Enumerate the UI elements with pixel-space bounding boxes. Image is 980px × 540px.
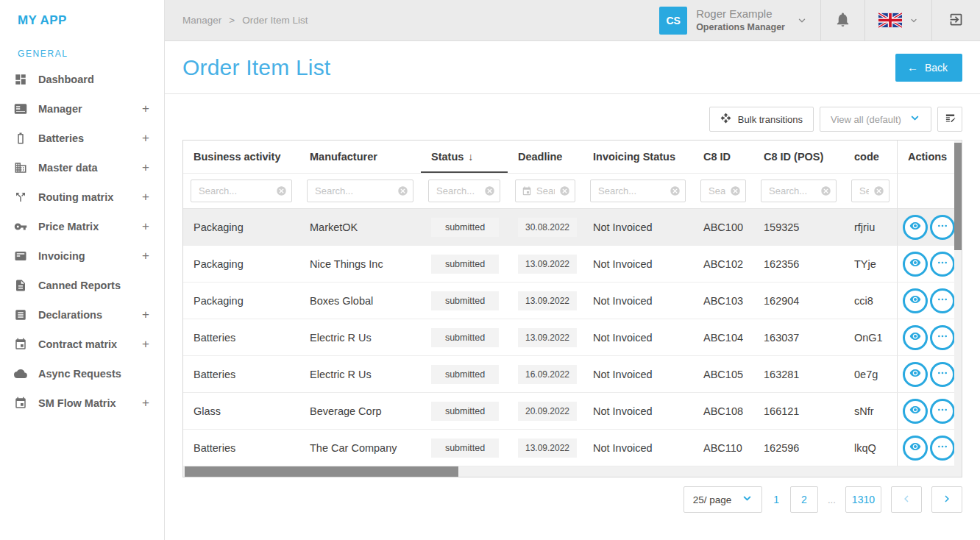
filter-business-activity-input[interactable] bbox=[197, 185, 273, 197]
ellipsis-icon bbox=[937, 294, 948, 308]
page-button-last[interactable]: 1310 bbox=[845, 486, 881, 513]
col-header-business-activity[interactable]: Business activity bbox=[183, 141, 299, 174]
more-actions-button[interactable] bbox=[930, 288, 955, 313]
clear-icon[interactable] bbox=[670, 185, 681, 196]
sidebar-item-price-matrix[interactable]: Price Matrix + bbox=[0, 212, 164, 241]
back-button[interactable]: ← Back bbox=[895, 54, 962, 82]
sidebar-item-manager[interactable]: Manager + bbox=[0, 94, 164, 124]
col-header-c8-id[interactable]: C8 ID bbox=[693, 141, 753, 174]
filter-manufacturer-input[interactable] bbox=[313, 185, 394, 197]
clear-icon[interactable] bbox=[820, 185, 831, 196]
expand-plus: + bbox=[142, 308, 149, 322]
more-actions-button[interactable] bbox=[930, 362, 955, 387]
clipboard-calendar-icon bbox=[13, 396, 28, 411]
language-selector[interactable] bbox=[864, 0, 931, 40]
table-row[interactable]: Batteries Electric R Us submitted 13.09.… bbox=[183, 319, 962, 356]
page-button-current[interactable]: 1 bbox=[772, 494, 781, 505]
sidebar-item-async-requests[interactable]: Async Requests bbox=[0, 359, 164, 388]
page-button[interactable]: 2 bbox=[790, 486, 818, 513]
view-button[interactable] bbox=[903, 436, 928, 461]
vertical-scrollbar-thumb[interactable] bbox=[954, 143, 962, 250]
view-button[interactable] bbox=[903, 215, 928, 240]
horizontal-scrollbar-thumb[interactable] bbox=[185, 466, 458, 477]
horizontal-scrollbar[interactable] bbox=[183, 466, 962, 477]
ellipsis-icon bbox=[937, 404, 948, 418]
clear-icon[interactable] bbox=[559, 185, 570, 196]
view-button[interactable] bbox=[903, 399, 928, 424]
clear-icon[interactable] bbox=[276, 185, 287, 196]
view-button[interactable] bbox=[903, 252, 928, 277]
more-actions-button[interactable] bbox=[930, 252, 955, 277]
view-button[interactable] bbox=[903, 288, 928, 313]
table-row[interactable]: Batteries The Car Company submitted 13.0… bbox=[183, 430, 962, 466]
clear-icon[interactable] bbox=[397, 185, 408, 196]
back-arrow-icon: ← bbox=[907, 61, 918, 74]
col-header-invoicing-status[interactable]: Invoicing Status bbox=[583, 141, 693, 174]
pagination: 25/ page 1 2 ... 1310 bbox=[182, 486, 962, 513]
filter-status-input[interactable] bbox=[435, 185, 481, 197]
bulk-transitions-button[interactable]: Bulk transitions bbox=[709, 107, 814, 132]
filter-invoicing-status-input[interactable] bbox=[597, 185, 667, 197]
more-actions-button[interactable] bbox=[930, 436, 955, 461]
sidebar-item-dashboard[interactable]: Dashboard bbox=[0, 65, 164, 94]
main-area: Manager > Order Item List CS Roger Examp… bbox=[165, 0, 980, 540]
col-header-code[interactable]: code bbox=[844, 141, 897, 174]
ellipsis-icon bbox=[937, 441, 948, 455]
table-row[interactable]: Packaging Boxes Global submitted 13.09.2… bbox=[183, 283, 962, 319]
sort-desc-icon: ↓ bbox=[468, 151, 473, 163]
next-page-button[interactable] bbox=[931, 486, 962, 513]
filter-deadline-input[interactable] bbox=[535, 185, 556, 197]
logout-button[interactable] bbox=[948, 12, 964, 29]
more-actions-button[interactable] bbox=[930, 325, 955, 350]
sidebar-item-declarations[interactable]: Declarations + bbox=[0, 300, 164, 330]
sidebar-item-canned-reports[interactable]: Canned Reports bbox=[0, 271, 164, 300]
clear-icon[interactable] bbox=[873, 185, 884, 196]
cell-c8-id: ABC104 bbox=[693, 319, 753, 356]
eye-icon bbox=[909, 257, 921, 271]
sidebar-item-sm-flow-matrix[interactable]: SM Flow Matrix + bbox=[0, 388, 164, 418]
user-menu[interactable]: CS Roger Example Operations Manager bbox=[646, 0, 820, 40]
view-button[interactable] bbox=[903, 362, 928, 387]
table-row[interactable]: Packaging MarketOK submitted 30.08.2022 … bbox=[183, 209, 962, 246]
clear-icon[interactable] bbox=[484, 185, 495, 196]
filter-code-input[interactable] bbox=[858, 185, 870, 197]
clear-icon[interactable] bbox=[730, 185, 741, 196]
prev-page-button[interactable] bbox=[891, 486, 922, 513]
view-button[interactable] bbox=[903, 325, 928, 350]
sidebar-item-routing-matrix[interactable]: Routing matrix + bbox=[0, 182, 164, 212]
col-header-deadline[interactable]: Deadline bbox=[508, 141, 583, 174]
edit-columns-button[interactable] bbox=[937, 107, 962, 132]
sidebar-item-label: Master data bbox=[38, 162, 98, 174]
more-actions-button[interactable] bbox=[930, 215, 955, 240]
sidebar-item-master-data[interactable]: Master data + bbox=[0, 153, 164, 182]
sidebar-item-invoicing[interactable]: Invoicing + bbox=[0, 241, 164, 271]
breadcrumb-manager[interactable]: Manager bbox=[182, 15, 221, 26]
col-header-status[interactable]: Status↓ bbox=[421, 141, 508, 174]
chevron-down-icon bbox=[742, 493, 753, 506]
key-icon bbox=[13, 219, 28, 234]
sidebar: MY APP GENERAL Dashboard Manager + Batte… bbox=[0, 0, 165, 540]
sidebar-item-label: Invoicing bbox=[38, 250, 85, 262]
cell-invoicing-status: Not Invoiced bbox=[583, 319, 693, 356]
table-row[interactable]: Packaging Nice Things Inc submitted 13.0… bbox=[183, 246, 962, 283]
col-header-manufacturer[interactable]: Manufacturer bbox=[299, 141, 421, 174]
notifications-button[interactable] bbox=[834, 11, 851, 30]
per-page-select[interactable]: 25/ page bbox=[683, 486, 763, 513]
table-row[interactable]: Batteries Electric R Us submitted 16.09.… bbox=[183, 356, 962, 393]
table-row[interactable]: Glass Beverage Corp submitted 20.09.2022… bbox=[183, 393, 962, 430]
page-gap: ... bbox=[828, 494, 836, 505]
cell-c8-id: ABC110 bbox=[693, 430, 753, 466]
sidebar-item-label: Routing matrix bbox=[38, 191, 113, 203]
filter-c8-id-input[interactable] bbox=[707, 185, 727, 197]
cell-business-activity: Batteries bbox=[183, 430, 299, 466]
sidebar-item-contract-matrix[interactable]: Contract matrix + bbox=[0, 330, 164, 359]
vertical-scrollbar[interactable] bbox=[954, 141, 962, 466]
more-actions-button[interactable] bbox=[930, 399, 955, 424]
sidebar-item-batteries[interactable]: Batteries + bbox=[0, 124, 164, 153]
col-header-c8-id-pos[interactable]: C8 ID (POS) bbox=[753, 141, 844, 174]
filter-c8-id-pos-input[interactable] bbox=[767, 185, 817, 197]
status-badge: submitted bbox=[431, 255, 499, 274]
expand-plus: + bbox=[142, 160, 149, 175]
view-select[interactable]: View all (default) bbox=[820, 107, 931, 132]
cell-invoicing-status: Not Invoiced bbox=[583, 246, 693, 283]
